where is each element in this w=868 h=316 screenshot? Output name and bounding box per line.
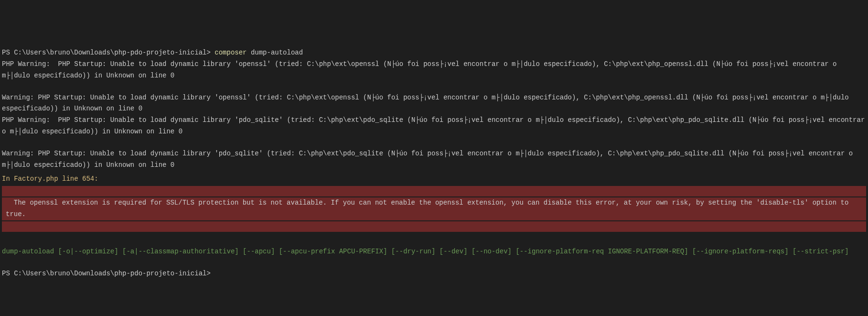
error-message: The openssl extension is required for SS…: [2, 197, 866, 220]
command-args: dump-autoload: [247, 49, 303, 56]
prompt-path-2: PS C:\Users\bruno\Downloads\php-pdo-proj…: [2, 270, 211, 277]
usage-help: dump-autoload [-o|--optimize] [-a|--clas…: [2, 246, 866, 258]
php-warning-3: PHP Warning: PHP Startup: Unable to load…: [2, 115, 866, 138]
command-name: composer: [214, 49, 246, 56]
blank-1: [2, 82, 866, 92]
prompt-path-1: PS C:\Users\bruno\Downloads\php-pdo-proj…: [2, 49, 214, 56]
terminal-output[interactable]: PS C:\Users\bruno\Downloads\php-pdo-proj…: [2, 47, 866, 279]
blank-2: [2, 138, 866, 148]
php-warning-4: Warning: PHP Startup: Unable to load dyn…: [2, 148, 866, 171]
blank-4: [2, 258, 866, 268]
factory-error-line: In Factory.php line 654:: [2, 174, 866, 185]
error-block-bottom: [2, 221, 866, 232]
blank-3: [2, 233, 866, 243]
error-block-top: [2, 186, 866, 196]
prompt-line-2: PS C:\Users\bruno\Downloads\php-pdo-proj…: [2, 270, 211, 277]
php-warning-2: Warning: PHP Startup: Unable to load dyn…: [2, 92, 866, 115]
php-warning-1: PHP Warning: PHP Startup: Unable to load…: [2, 59, 866, 82]
prompt-line-1: PS C:\Users\bruno\Downloads\php-pdo-proj…: [2, 49, 303, 56]
